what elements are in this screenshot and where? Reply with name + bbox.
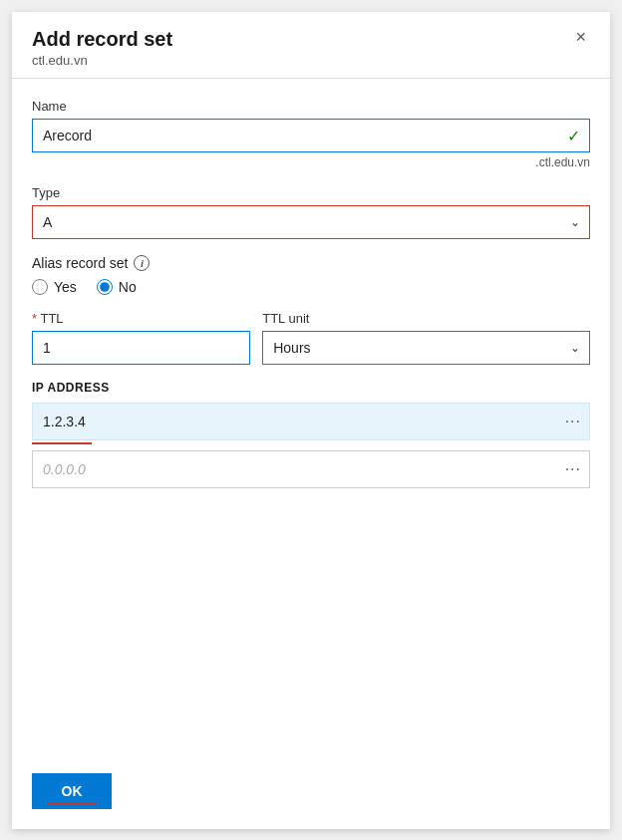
ttl-unit-label: TTL unit <box>262 311 590 326</box>
name-field-group: Name ✓ .ctl.edu.vn <box>32 99 590 169</box>
info-icon[interactable]: i <box>134 255 150 271</box>
alias-yes-radio[interactable] <box>32 279 48 295</box>
ip-input-filled[interactable] <box>33 404 557 439</box>
alias-yes-label: Yes <box>54 279 77 295</box>
alias-section: Alias record set i Yes No <box>32 255 590 295</box>
ok-underline <box>47 803 97 805</box>
alias-label-row: Alias record set i <box>32 255 590 271</box>
close-button[interactable]: × <box>571 28 590 46</box>
alias-no-radio[interactable] <box>97 279 113 295</box>
ttl-col: TTL <box>32 311 250 365</box>
checkmark-icon: ✓ <box>567 126 580 144</box>
name-suffix: .ctl.edu.vn <box>32 155 590 169</box>
ttl-label: TTL <box>32 311 250 326</box>
type-field-group: Type A AAAA CNAME MX NS SOA SRV TXT CAA … <box>32 185 590 239</box>
alias-yes-option[interactable]: Yes <box>32 279 77 295</box>
dialog-body: Name ✓ .ctl.edu.vn Type A AAAA CNAME MX … <box>12 79 610 757</box>
ok-button[interactable]: OK <box>32 773 112 809</box>
ip-underline <box>32 442 92 444</box>
ttl-row: TTL TTL unit Seconds Minutes Hours Days … <box>32 311 590 365</box>
dialog-title: Add record set <box>32 28 172 51</box>
ip-row-menu-button[interactable]: ··· <box>557 409 589 434</box>
name-label: Name <box>32 99 590 114</box>
ttl-unit-select[interactable]: Seconds Minutes Hours Days <box>262 331 590 365</box>
ip-input-empty[interactable] <box>33 451 557 487</box>
name-input[interactable] <box>32 119 590 152</box>
ttl-unit-wrapper: Seconds Minutes Hours Days ⌄ <box>262 331 590 365</box>
alias-no-option[interactable]: No <box>97 279 137 295</box>
type-label: Type <box>32 185 590 200</box>
ttl-unit-col: TTL unit Seconds Minutes Hours Days ⌄ <box>262 311 590 365</box>
ip-row-empty-menu-button[interactable]: ··· <box>557 456 589 482</box>
ip-address-section: IP ADDRESS ··· ··· <box>32 381 590 488</box>
add-record-set-dialog: Add record set ctl.edu.vn × Name ✓ .ctl.… <box>12 12 610 829</box>
ip-row-empty: ··· <box>32 450 590 488</box>
header-text: Add record set ctl.edu.vn <box>32 28 172 68</box>
ok-label: OK <box>62 783 83 799</box>
ip-row-filled: ··· <box>32 403 590 440</box>
dialog-header: Add record set ctl.edu.vn × <box>12 12 610 79</box>
ttl-input[interactable] <box>32 331 250 365</box>
type-select-wrapper: A AAAA CNAME MX NS SOA SRV TXT CAA PTR ⌄ <box>32 205 590 239</box>
alias-radio-group: Yes No <box>32 279 590 295</box>
ip-section-title: IP ADDRESS <box>32 381 590 395</box>
name-input-wrapper: ✓ <box>32 119 590 152</box>
alias-no-label: No <box>119 279 137 295</box>
alias-title: Alias record set <box>32 255 128 271</box>
dialog-footer: OK <box>12 757 610 829</box>
dialog-subtitle: ctl.edu.vn <box>32 53 172 68</box>
type-select[interactable]: A AAAA CNAME MX NS SOA SRV TXT CAA PTR <box>32 205 590 239</box>
